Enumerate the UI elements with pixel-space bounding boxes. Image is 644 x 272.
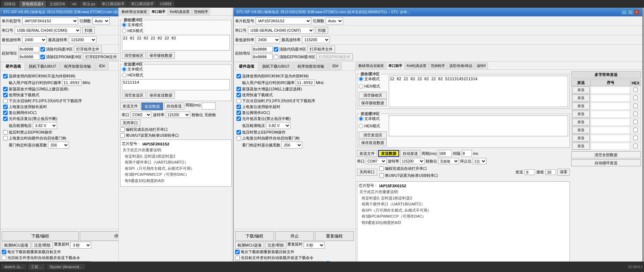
right-send-hex-radio[interactable] bbox=[359, 124, 363, 128]
right-interval-input[interactable] bbox=[461, 150, 472, 157]
right-open-prog-btn[interactable]: 打开程序文件 bbox=[307, 46, 335, 53]
top-task-serial2[interactable]: 串口调试助手 bbox=[128, 1, 157, 7]
right-eeprom-lv-checkbox[interactable] bbox=[236, 130, 241, 135]
right-recv-textarea[interactable]: 22 02 22 02 22 02 22 02 52113145211314 bbox=[389, 76, 568, 107]
multi-send-btn-7[interactable]: 发送 bbox=[572, 135, 590, 142]
right-clear-eeprom-check[interactable] bbox=[274, 55, 278, 59]
right-send-file-btn[interactable]: 发送文件 bbox=[357, 150, 377, 157]
right-auto-open-checkbox[interactable] bbox=[379, 166, 384, 171]
right-auto-set-checkbox[interactable] bbox=[379, 173, 384, 178]
right-auto-loop-btn[interactable]: 自动循环发送 bbox=[571, 159, 641, 166]
right-tab-select[interactable]: 选型/价格/样品 bbox=[447, 62, 474, 69]
multi-send-hex-2[interactable] bbox=[631, 96, 640, 100]
right-open-eeprom-btn[interactable]: 打开EEPROM文件 bbox=[316, 53, 353, 60]
left-wdt-checkbox[interactable] bbox=[3, 136, 8, 141]
top-task-lceda[interactable]: 立创EDA bbox=[47, 1, 68, 7]
left-send-text-radio[interactable] bbox=[122, 67, 126, 71]
right-tab-offline[interactable]: 脱机下载/U8/U7 bbox=[258, 62, 293, 70]
left-lvr-checkbox[interactable] bbox=[3, 116, 8, 121]
top-task-recycle[interactable]: 回收站 bbox=[1, 1, 18, 7]
right-clear-serial-count-btn[interactable]: 清零 bbox=[557, 169, 570, 176]
left-open-eeprom-btn[interactable]: 打开EEPROM文件 bbox=[83, 53, 120, 60]
right-recv-hex-radio[interactable] bbox=[359, 84, 363, 89]
multi-send-btn-5[interactable]: 发送 bbox=[572, 119, 590, 126]
right-send-data-btn[interactable]: 发送数据 bbox=[378, 150, 399, 157]
right-delay-select[interactable]: 3 秒 bbox=[304, 242, 325, 249]
left-send-hex-radio[interactable] bbox=[122, 73, 126, 77]
left-com-select[interactable]: COM3 bbox=[131, 112, 152, 118]
multi-send-btn-1[interactable]: 发送 bbox=[572, 86, 590, 93]
left-send-textarea[interactable]: 5211314 bbox=[122, 79, 230, 90]
right-wdt-checkbox[interactable] bbox=[236, 136, 241, 141]
right-send-text-radio[interactable] bbox=[359, 116, 363, 121]
right-baud-max-select[interactable]: 115200 bbox=[302, 36, 330, 43]
left-clear-code-check[interactable] bbox=[40, 47, 45, 52]
right-close-port-btn[interactable]: 关闭串口 bbox=[357, 169, 377, 176]
right-minimize-btn[interactable]: ─ bbox=[621, 10, 627, 15]
right-addr1-input[interactable] bbox=[252, 46, 273, 52]
right-clear-code-check[interactable] bbox=[274, 47, 278, 52]
right-powerup-checkbox[interactable] bbox=[236, 105, 241, 109]
right-port-select[interactable]: USB-SERIAL CH340 (COM7) bbox=[248, 27, 314, 34]
left-clear-send-btn[interactable]: 清空发送区 bbox=[122, 92, 146, 99]
left-auto-set-checkbox[interactable] bbox=[120, 133, 125, 138]
left-clear-eeprom-check[interactable] bbox=[40, 55, 45, 59]
multi-send-btn-6[interactable]: 发送 bbox=[572, 127, 590, 134]
left-tab-hw[interactable]: 硬件选项 bbox=[2, 62, 25, 70]
left-auto-load-checkbox[interactable] bbox=[2, 250, 6, 254]
left-help-btn[interactable]: 注意/帮助 bbox=[32, 242, 53, 249]
left-irc-checkbox[interactable] bbox=[3, 74, 8, 78]
right-clear-send-btn[interactable]: 清空发送区 bbox=[359, 131, 387, 138]
right-baud-min-select[interactable]: 2400 bbox=[256, 36, 280, 43]
right-tab-examples[interactable]: 范例程序 bbox=[429, 62, 447, 69]
left-detect-btn[interactable]: 检测MCU选项 bbox=[2, 242, 31, 249]
left-recv-text-radio[interactable] bbox=[122, 23, 126, 27]
multi-send-input-5[interactable] bbox=[591, 119, 629, 125]
multi-send-input-3[interactable] bbox=[591, 103, 629, 109]
left-pin-select[interactable]: Auto bbox=[92, 17, 110, 24]
bottom-task-2[interactable]: 工程 ... bbox=[28, 264, 45, 270]
left-osc-checkbox[interactable] bbox=[3, 87, 8, 91]
left-send-file-btn[interactable]: 发送文件 bbox=[120, 103, 140, 109]
left-clear-recv-btn[interactable]: 清空接收区 bbox=[122, 52, 146, 59]
left-port-select[interactable]: USB-SERIAL CH340 (COM3) bbox=[15, 27, 81, 34]
left-delay-select[interactable]: 3 秒 bbox=[70, 242, 91, 249]
right-tab-serial[interactable]: 串口助手 bbox=[386, 62, 404, 69]
left-eeprom-lv-checkbox[interactable] bbox=[3, 130, 8, 135]
left-addr1-input[interactable] bbox=[18, 46, 39, 52]
top-task-vs[interactable]: .vs bbox=[69, 1, 79, 7]
left-fast-checkbox[interactable] bbox=[3, 93, 8, 97]
multi-send-hex-8[interactable] bbox=[631, 144, 640, 148]
left-rst-io-checkbox[interactable] bbox=[3, 111, 8, 115]
right-save-send-btn[interactable]: 保存发送数据 bbox=[359, 139, 387, 146]
right-irc-freq-input[interactable] bbox=[296, 80, 315, 86]
left-addr2-input[interactable] bbox=[18, 54, 39, 60]
bottom-task-3[interactable]: Spyder (Anacond... bbox=[47, 264, 85, 270]
multi-send-hex-1[interactable] bbox=[631, 88, 640, 92]
right-irc-checkbox[interactable] bbox=[236, 74, 241, 78]
right-period-input[interactable] bbox=[438, 150, 452, 157]
multi-send-input-2[interactable] bbox=[591, 95, 629, 101]
right-lvr-checkbox[interactable] bbox=[236, 116, 241, 121]
right-addr2-input[interactable] bbox=[252, 54, 273, 60]
top-task-thunder[interactable]: 雷电模拟器4 bbox=[19, 1, 46, 7]
right-detect-btn[interactable]: 检测MCU选项 bbox=[235, 242, 264, 249]
left-baud-max-select[interactable]: 115200 bbox=[69, 36, 96, 43]
multi-send-input-1[interactable] bbox=[591, 87, 629, 93]
multi-send-hex-7[interactable] bbox=[631, 136, 640, 140]
left-tab-textbook[interactable]: 教材/联合实验室 bbox=[119, 8, 149, 15]
left-send-data-btn[interactable]: 发送数据 bbox=[141, 103, 163, 110]
multi-send-input-6[interactable] bbox=[591, 127, 629, 133]
right-pin-select[interactable]: Auto bbox=[326, 17, 343, 24]
left-close-port-btn[interactable]: 关闭串口 bbox=[120, 119, 140, 126]
left-auto-send-checkbox[interactable] bbox=[2, 256, 6, 260]
left-period-input[interactable] bbox=[202, 103, 216, 109]
multi-send-hex-4[interactable] bbox=[631, 112, 640, 116]
multi-send-input-8[interactable] bbox=[591, 143, 629, 149]
right-tab-baud[interactable]: 波特# bbox=[475, 62, 488, 69]
left-tab-keil[interactable]: Keil仿真设置 bbox=[168, 8, 192, 15]
multi-send-input-7[interactable] bbox=[591, 135, 629, 141]
left-auto-send-btn[interactable]: 自动发送 bbox=[164, 103, 184, 109]
right-download-btn[interactable]: 下载/编程 bbox=[235, 231, 274, 241]
right-reprog-btn[interactable]: 重复编程 bbox=[315, 231, 354, 241]
